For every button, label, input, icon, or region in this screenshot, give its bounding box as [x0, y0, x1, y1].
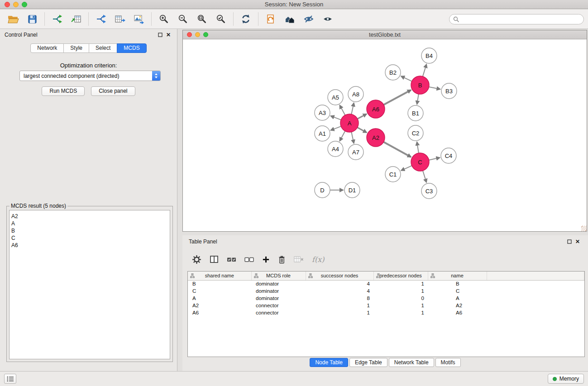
column-header-name[interactable]: name — [428, 272, 487, 280]
table-row[interactable]: C dominator 4 1 C — [188, 287, 584, 295]
save-session-button[interactable] — [23, 11, 42, 27]
table-row[interactable]: A dominator 8 0 A — [188, 295, 584, 302]
tab-edge-table[interactable]: Edge Table — [349, 358, 387, 367]
graph-node-B3[interactable]: B3 — [441, 83, 457, 99]
deselect-all-rows-button[interactable] — [244, 256, 254, 263]
zoom-view-button[interactable] — [203, 32, 208, 37]
table-settings-button[interactable] — [192, 255, 201, 264]
graph-node-A7[interactable]: A7 — [348, 144, 363, 160]
close-view-button[interactable] — [187, 32, 192, 37]
run-mcds-button[interactable]: Run MCDS — [42, 86, 85, 96]
select-all-rows-button[interactable] — [227, 256, 236, 263]
resize-grip[interactable] — [581, 226, 587, 231]
graph-node-A3[interactable]: A3 — [315, 105, 330, 120]
criterion-dropdown[interactable]: largest connected component (directed) — [19, 71, 161, 81]
graph-node-A6[interactable]: A6 — [367, 100, 385, 118]
open-recent-session-button[interactable] — [261, 11, 280, 27]
graph-edge-B-B3[interactable] — [429, 87, 440, 89]
close-panel-button[interactable]: ✕ — [164, 32, 172, 38]
graph-node-A5[interactable]: A5 — [328, 90, 343, 105]
list-item[interactable]: B — [11, 227, 168, 234]
open-session-button[interactable] — [4, 11, 23, 27]
import-table-button[interactable] — [67, 11, 86, 27]
show-columns-button[interactable] — [210, 255, 219, 263]
graph-node-C[interactable]: C — [411, 153, 429, 171]
zoom-window-button[interactable] — [22, 2, 27, 7]
float-panel-button[interactable] — [156, 33, 164, 37]
task-history-button[interactable] — [4, 374, 16, 384]
list-item[interactable]: C — [11, 234, 168, 242]
graph-edge-A-A6[interactable] — [358, 114, 367, 119]
graph-node-B1[interactable]: B1 — [408, 105, 423, 121]
delete-column-button[interactable] — [278, 255, 286, 264]
export-image-button[interactable] — [129, 11, 148, 27]
graph-edge-B-B2[interactable] — [401, 76, 412, 81]
graph-edge-C-C1[interactable] — [401, 166, 412, 171]
export-table-button[interactable] — [110, 11, 129, 27]
mcds-result-list[interactable]: A2 A B C A6 — [9, 210, 170, 359]
graph-edge-A-A4[interactable] — [340, 131, 345, 141]
list-item[interactable]: A2 — [11, 213, 168, 220]
graph-edge-B-B4[interactable] — [423, 64, 426, 76]
home-button[interactable] — [280, 11, 299, 27]
graph-node-C2[interactable]: C2 — [408, 125, 423, 141]
graph-node-C1[interactable]: C1 — [385, 167, 401, 182]
graph-edge-C-C4[interactable] — [429, 157, 440, 160]
minimize-view-button[interactable] — [195, 32, 200, 37]
search-input[interactable] — [462, 16, 580, 23]
tab-mcds[interactable]: MCDS — [117, 43, 146, 53]
table-row[interactable]: A2 connector 1 1 A2 — [188, 302, 584, 309]
graph-node-A8[interactable]: A8 — [348, 86, 363, 102]
graph-node-D1[interactable]: D1 — [344, 182, 360, 198]
float-table-panel-button[interactable] — [565, 239, 574, 244]
graph-node-C4[interactable]: C4 — [441, 148, 456, 163]
graph-node-B2[interactable]: B2 — [385, 65, 401, 80]
apply-function-button[interactable]: f(x) — [312, 255, 324, 264]
table-row[interactable]: A6 connector 1 1 A6 — [188, 309, 584, 316]
list-item[interactable]: A — [11, 220, 168, 227]
tab-node-table[interactable]: Node Table — [310, 358, 348, 367]
zoom-fit-button[interactable] — [192, 11, 211, 27]
graph-node-D[interactable]: D — [315, 182, 330, 198]
column-header-shared-name[interactable]: shared name — [188, 272, 251, 280]
graph-edge-C-C3[interactable] — [423, 171, 426, 182]
close-panel-button-2[interactable]: Close panel — [91, 86, 135, 96]
node-table-container[interactable]: shared name MCDS role successor nodes — [187, 271, 585, 357]
zoom-in-button[interactable] — [154, 11, 173, 27]
zoom-out-button[interactable] — [173, 11, 192, 27]
graph-node-B[interactable]: B — [411, 76, 429, 94]
graph-edge-A-A7[interactable] — [351, 132, 354, 143]
minimize-window-button[interactable] — [13, 2, 19, 7]
tab-select[interactable]: Select — [89, 43, 117, 53]
network-canvas[interactable]: B4B2BB3A5A8A6A3B1AA1C2A2A4A7CC4C1C3DD1 — [183, 40, 587, 231]
zoom-selected-button[interactable] — [211, 11, 230, 27]
hide-graphics-button[interactable] — [299, 11, 318, 27]
toolbar-search[interactable] — [449, 14, 584, 24]
close-window-button[interactable] — [5, 2, 10, 7]
graph-edge-A6-B[interactable] — [384, 90, 411, 105]
apply-layout-button[interactable] — [236, 11, 255, 27]
graph-node-A1[interactable]: A1 — [315, 126, 330, 141]
graph-edge-B-B1[interactable] — [417, 94, 419, 105]
export-network-button[interactable] — [91, 11, 110, 27]
tab-network-table[interactable]: Network Table — [389, 358, 434, 367]
list-item[interactable]: A6 — [11, 242, 168, 249]
network-graph[interactable]: B4B2BB3A5A8A6A3B1AA1C2A2A4A7CC4C1C3DD1 — [183, 40, 587, 231]
tab-style[interactable]: Style — [63, 43, 89, 53]
import-network-button[interactable] — [48, 11, 67, 27]
graph-node-B4[interactable]: B4 — [421, 48, 437, 63]
memory-button[interactable]: Memory — [548, 374, 584, 384]
column-header-successor-nodes[interactable]: successor nodes — [306, 272, 373, 280]
graph-edge-A-A1[interactable] — [331, 126, 341, 130]
graph-edge-A2-C[interactable] — [384, 142, 411, 157]
graph-edge-C-C2[interactable] — [417, 142, 419, 153]
graph-edge-A-A5[interactable] — [340, 105, 345, 115]
graph-node-C3[interactable]: C3 — [421, 183, 437, 199]
tab-network[interactable]: Network — [30, 43, 64, 53]
graph-edge-A-A8[interactable] — [351, 103, 354, 114]
graph-edge-A-A3[interactable] — [331, 116, 341, 120]
close-table-panel-button[interactable]: ✕ — [574, 238, 582, 245]
table-row[interactable]: B dominator 4 1 B — [188, 280, 584, 287]
tab-motifs[interactable]: Motifs — [435, 358, 461, 367]
graph-node-A[interactable]: A — [340, 114, 359, 132]
